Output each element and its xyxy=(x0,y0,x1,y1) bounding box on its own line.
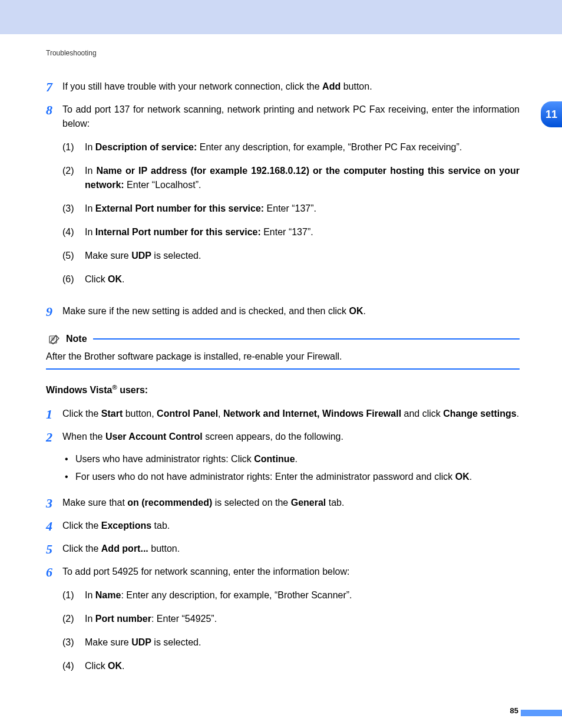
t: . xyxy=(122,274,124,284)
t: Make sure xyxy=(85,251,131,261)
t: Users who have administrator rights: Cli… xyxy=(75,454,254,464)
b: User Account Control xyxy=(105,431,203,442)
step-body: Click the Add port... button. xyxy=(62,542,520,556)
b: Port number xyxy=(95,614,151,624)
t: is selected. xyxy=(151,637,201,647)
sub-list: (1) In Name: Enter any description, for … xyxy=(62,588,520,673)
sub-num: (2) xyxy=(62,612,85,626)
note-rule xyxy=(46,368,520,370)
t: is selected on the xyxy=(212,498,290,508)
bullet-text: Users who have administrator rights: Cli… xyxy=(75,452,297,466)
t: When the xyxy=(62,431,105,442)
b: Add port... xyxy=(101,543,148,554)
step-7: 7 If you still have trouble with your ne… xyxy=(46,80,520,94)
vista-step-4: 4 Click the Exceptions tab. xyxy=(46,519,520,533)
text: If you still have trouble with your netw… xyxy=(62,81,322,91)
sub-text: In External Port number for this service… xyxy=(85,202,520,216)
vista-step-5: 5 Click the Add port... button. xyxy=(46,542,520,556)
sub-num: (5) xyxy=(62,249,85,263)
sup: ® xyxy=(112,384,117,391)
t: Click the xyxy=(62,543,101,554)
bullet-icon: • xyxy=(62,470,75,484)
t: is selected. xyxy=(151,251,201,261)
bullet-text: For users who do not have administrator … xyxy=(75,470,472,484)
step-body: If you still have trouble with your netw… xyxy=(62,80,520,94)
text: To add port 137 for network scanning, ne… xyxy=(62,104,520,129)
sub-text: Click OK. xyxy=(85,659,520,673)
t: Make sure that xyxy=(62,498,127,508)
b: OK xyxy=(108,274,122,284)
t: . xyxy=(122,661,124,671)
t: and click xyxy=(401,409,443,419)
step-8: 8 To add port 137 for network scanning, … xyxy=(46,103,520,296)
sub-text: Make sure UDP is selected. xyxy=(85,249,520,263)
t: Enter “137”. xyxy=(261,227,313,237)
b: Continue xyxy=(254,454,295,464)
t: Enter “137”. xyxy=(264,203,316,213)
vista-step-6: 6 To add port 54925 for network scanning… xyxy=(46,565,520,683)
t: . xyxy=(470,472,472,482)
page-content: Troubleshooting 7 If you still have trou… xyxy=(0,34,562,683)
b: Exceptions xyxy=(101,521,151,531)
b: Name xyxy=(95,590,121,600)
step-body: Click the Exceptions tab. xyxy=(62,519,520,533)
step-number: 7 xyxy=(46,80,62,94)
sub-text: Click OK. xyxy=(85,272,520,286)
step-number: 9 xyxy=(46,304,62,319)
sub-text: In Port number: Enter “54925”. xyxy=(85,612,520,626)
step-number: 2 xyxy=(46,430,62,487)
t: users: xyxy=(117,386,148,396)
sub-num: (4) xyxy=(62,225,85,239)
t: Enter “Localhost”. xyxy=(124,180,201,190)
b: Control Panel xyxy=(157,409,218,419)
b: General xyxy=(291,498,326,508)
sub-num: (3) xyxy=(62,202,85,216)
t: . xyxy=(517,409,519,419)
page-accent xyxy=(521,710,562,716)
b: UDP xyxy=(131,251,151,261)
sub-num: (1) xyxy=(62,588,85,602)
t: In xyxy=(85,203,95,213)
step-number: 4 xyxy=(46,519,62,533)
t: tab. xyxy=(151,521,170,531)
step-body: When the User Account Control screen app… xyxy=(62,430,520,487)
step-body: To add port 137 for network scanning, ne… xyxy=(62,103,520,296)
sub-item: (2) In Port number: Enter “54925”. xyxy=(62,612,520,626)
sub-num: (1) xyxy=(62,140,85,154)
step-body: Click the Start button, Control Panel, N… xyxy=(62,407,520,421)
sub-item: (3) In External Port number for this ser… xyxy=(62,202,520,216)
b: OK xyxy=(349,306,363,316)
bullet-list: • Users who have administrator rights: C… xyxy=(62,452,520,484)
t: For users who do not have administrator … xyxy=(75,472,455,482)
t: In xyxy=(85,227,95,237)
bullet-item: • For users who do not have administrato… xyxy=(62,470,520,484)
step-number: 5 xyxy=(46,542,62,556)
t: . xyxy=(363,306,366,316)
sub-list: (1) In Description of service: Enter any… xyxy=(62,140,520,286)
t: button. xyxy=(148,543,180,554)
step-9: 9 Make sure if the new setting is added … xyxy=(46,304,520,319)
b: Description of service: xyxy=(95,142,197,152)
note-rule xyxy=(93,338,520,340)
step-number: 1 xyxy=(46,407,62,421)
b: OK xyxy=(455,472,470,482)
page-number: 85 xyxy=(510,706,518,715)
note-text: After the Brother software package is in… xyxy=(46,350,520,364)
bullet-icon: • xyxy=(62,452,75,466)
sub-text: In Name: Enter any description, for exam… xyxy=(85,588,520,602)
t: Click the xyxy=(62,521,101,531)
b: Network and Internet, Windows Firewall xyxy=(223,409,401,419)
t: Click xyxy=(85,661,108,671)
bullet-item: • Users who have administrator rights: C… xyxy=(62,452,520,466)
sub-num: (6) xyxy=(62,272,85,286)
note-header: Note xyxy=(46,333,520,345)
t: To add port 54925 for network scanning, … xyxy=(62,566,349,577)
sub-text: In Internal Port number for this service… xyxy=(85,225,520,239)
sub-item: (4) In Internal Port number for this ser… xyxy=(62,225,520,239)
t: , xyxy=(218,409,223,419)
t: tab. xyxy=(326,498,344,508)
b: Internal Port number for this service: xyxy=(95,227,261,237)
note-label: Note xyxy=(66,334,87,344)
t: In xyxy=(85,166,96,176)
vista-step-2: 2 When the User Account Control screen a… xyxy=(46,430,520,487)
